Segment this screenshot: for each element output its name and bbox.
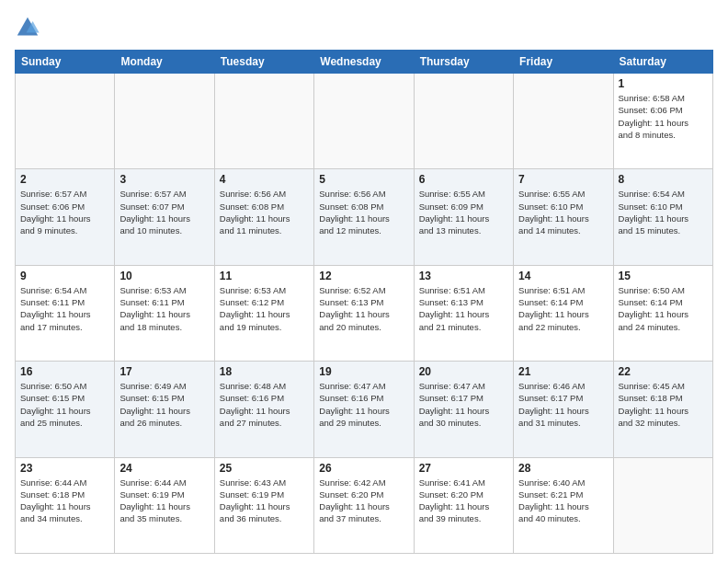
- day-number: 19: [319, 365, 408, 378]
- logo: [15, 15, 44, 40]
- calendar-cell: [115, 74, 214, 169]
- day-info: Sunrise: 6:56 AM Sunset: 6:08 PM Dayligh…: [319, 188, 408, 236]
- day-info: Sunrise: 6:53 AM Sunset: 6:11 PM Dayligh…: [119, 284, 209, 333]
- day-number: 2: [20, 173, 109, 186]
- day-number: 24: [119, 462, 209, 475]
- day-number: 15: [619, 270, 708, 282]
- weekday-tuesday: Tuesday: [214, 51, 313, 74]
- calendar-cell: [613, 457, 712, 553]
- calendar-cell: 7Sunrise: 6:55 AM Sunset: 6:10 PM Daylig…: [514, 169, 613, 265]
- day-number: 27: [419, 462, 508, 475]
- day-info: Sunrise: 6:40 AM Sunset: 6:21 PM Dayligh…: [518, 477, 608, 525]
- day-info: Sunrise: 6:50 AM Sunset: 6:14 PM Dayligh…: [619, 284, 708, 333]
- calendar-cell: 3Sunrise: 6:57 AM Sunset: 6:07 PM Daylig…: [115, 169, 214, 265]
- calendar-cell: 17Sunrise: 6:49 AM Sunset: 6:15 PM Dayli…: [115, 362, 214, 457]
- weekday-sunday: Sunday: [16, 51, 115, 74]
- day-info: Sunrise: 6:42 AM Sunset: 6:20 PM Dayligh…: [319, 477, 408, 525]
- day-number: 21: [518, 365, 608, 378]
- calendar-cell: 2Sunrise: 6:57 AM Sunset: 6:06 PM Daylig…: [16, 169, 115, 265]
- day-number: 28: [518, 462, 608, 475]
- day-number: 1: [619, 77, 708, 90]
- day-number: 12: [319, 270, 408, 282]
- day-number: 7: [518, 173, 608, 186]
- calendar-cell: [16, 74, 115, 169]
- page-header: [15, 15, 713, 40]
- calendar-cell: 20Sunrise: 6:47 AM Sunset: 6:17 PM Dayli…: [414, 362, 513, 457]
- day-info: Sunrise: 6:44 AM Sunset: 6:18 PM Dayligh…: [20, 477, 109, 525]
- day-info: Sunrise: 6:50 AM Sunset: 6:15 PM Dayligh…: [20, 380, 109, 429]
- day-info: Sunrise: 6:49 AM Sunset: 6:15 PM Dayligh…: [119, 380, 209, 429]
- day-info: Sunrise: 6:48 AM Sunset: 6:16 PM Dayligh…: [220, 380, 309, 429]
- day-number: 3: [119, 173, 209, 186]
- day-info: Sunrise: 6:51 AM Sunset: 6:14 PM Dayligh…: [518, 284, 608, 333]
- weekday-monday: Monday: [115, 51, 214, 74]
- weekday-friday: Friday: [514, 51, 613, 74]
- calendar-cell: 13Sunrise: 6:51 AM Sunset: 6:13 PM Dayli…: [414, 265, 513, 361]
- calendar-cell: 21Sunrise: 6:46 AM Sunset: 6:17 PM Dayli…: [514, 362, 613, 457]
- calendar-cell: 22Sunrise: 6:45 AM Sunset: 6:18 PM Dayli…: [613, 362, 712, 457]
- day-number: 4: [220, 173, 309, 186]
- day-number: 5: [319, 173, 408, 186]
- day-number: 10: [119, 270, 209, 282]
- day-number: 8: [619, 173, 708, 186]
- day-number: 6: [419, 173, 508, 186]
- calendar-cell: 11Sunrise: 6:53 AM Sunset: 6:12 PM Dayli…: [214, 265, 313, 361]
- day-number: 26: [319, 462, 408, 475]
- calendar-cell: 18Sunrise: 6:48 AM Sunset: 6:16 PM Dayli…: [214, 362, 313, 457]
- week-row-4: 23Sunrise: 6:44 AM Sunset: 6:18 PM Dayli…: [16, 457, 713, 553]
- week-row-1: 2Sunrise: 6:57 AM Sunset: 6:06 PM Daylig…: [16, 169, 713, 265]
- week-row-2: 9Sunrise: 6:54 AM Sunset: 6:11 PM Daylig…: [16, 265, 713, 361]
- week-row-0: 1Sunrise: 6:58 AM Sunset: 6:06 PM Daylig…: [16, 74, 713, 169]
- day-number: 13: [419, 270, 508, 282]
- weekday-header-row: SundayMondayTuesdayWednesdayThursdayFrid…: [16, 51, 713, 74]
- day-info: Sunrise: 6:56 AM Sunset: 6:08 PM Dayligh…: [220, 188, 309, 236]
- day-info: Sunrise: 6:44 AM Sunset: 6:19 PM Dayligh…: [119, 477, 209, 525]
- calendar-cell: 26Sunrise: 6:42 AM Sunset: 6:20 PM Dayli…: [314, 457, 414, 553]
- day-info: Sunrise: 6:46 AM Sunset: 6:17 PM Dayligh…: [518, 380, 608, 429]
- calendar-cell: 10Sunrise: 6:53 AM Sunset: 6:11 PM Dayli…: [115, 265, 214, 361]
- day-number: 14: [518, 270, 608, 282]
- weekday-thursday: Thursday: [414, 51, 513, 74]
- day-number: 11: [220, 270, 309, 282]
- calendar-cell: 16Sunrise: 6:50 AM Sunset: 6:15 PM Dayli…: [16, 362, 115, 457]
- day-number: 17: [119, 365, 209, 378]
- day-number: 18: [220, 365, 309, 378]
- day-info: Sunrise: 6:55 AM Sunset: 6:10 PM Dayligh…: [518, 188, 608, 236]
- day-info: Sunrise: 6:55 AM Sunset: 6:09 PM Dayligh…: [419, 188, 508, 236]
- calendar-cell: 14Sunrise: 6:51 AM Sunset: 6:14 PM Dayli…: [514, 265, 613, 361]
- calendar-cell: 25Sunrise: 6:43 AM Sunset: 6:19 PM Dayli…: [214, 457, 313, 553]
- weekday-saturday: Saturday: [613, 51, 712, 74]
- day-info: Sunrise: 6:51 AM Sunset: 6:13 PM Dayligh…: [419, 284, 508, 333]
- day-number: 22: [619, 365, 708, 378]
- day-info: Sunrise: 6:43 AM Sunset: 6:19 PM Dayligh…: [220, 477, 309, 525]
- day-info: Sunrise: 6:45 AM Sunset: 6:18 PM Dayligh…: [619, 380, 708, 429]
- day-number: 9: [20, 270, 109, 282]
- day-number: 23: [20, 462, 109, 475]
- day-info: Sunrise: 6:47 AM Sunset: 6:16 PM Dayligh…: [319, 380, 408, 429]
- day-number: 16: [20, 365, 109, 378]
- calendar-cell: 19Sunrise: 6:47 AM Sunset: 6:16 PM Dayli…: [314, 362, 414, 457]
- day-info: Sunrise: 6:47 AM Sunset: 6:17 PM Dayligh…: [419, 380, 508, 429]
- calendar-cell: [414, 74, 513, 169]
- day-number: 20: [419, 365, 508, 378]
- day-number: 25: [220, 462, 309, 475]
- weekday-wednesday: Wednesday: [314, 51, 414, 74]
- day-info: Sunrise: 6:57 AM Sunset: 6:07 PM Dayligh…: [119, 188, 209, 236]
- day-info: Sunrise: 6:52 AM Sunset: 6:13 PM Dayligh…: [319, 284, 408, 333]
- calendar-cell: 9Sunrise: 6:54 AM Sunset: 6:11 PM Daylig…: [16, 265, 115, 361]
- calendar-cell: 28Sunrise: 6:40 AM Sunset: 6:21 PM Dayli…: [514, 457, 613, 553]
- calendar-cell: 8Sunrise: 6:54 AM Sunset: 6:10 PM Daylig…: [613, 169, 712, 265]
- calendar-cell: [514, 74, 613, 169]
- calendar-cell: 1Sunrise: 6:58 AM Sunset: 6:06 PM Daylig…: [613, 74, 712, 169]
- calendar-cell: [214, 74, 313, 169]
- day-info: Sunrise: 6:41 AM Sunset: 6:20 PM Dayligh…: [419, 477, 508, 525]
- calendar-cell: 23Sunrise: 6:44 AM Sunset: 6:18 PM Dayli…: [16, 457, 115, 553]
- week-row-3: 16Sunrise: 6:50 AM Sunset: 6:15 PM Dayli…: [16, 362, 713, 457]
- calendar-cell: [314, 74, 414, 169]
- calendar-cell: 6Sunrise: 6:55 AM Sunset: 6:09 PM Daylig…: [414, 169, 513, 265]
- calendar-cell: 15Sunrise: 6:50 AM Sunset: 6:14 PM Dayli…: [613, 265, 712, 361]
- calendar-cell: 4Sunrise: 6:56 AM Sunset: 6:08 PM Daylig…: [214, 169, 313, 265]
- calendar-cell: 27Sunrise: 6:41 AM Sunset: 6:20 PM Dayli…: [414, 457, 513, 553]
- calendar-cell: 12Sunrise: 6:52 AM Sunset: 6:13 PM Dayli…: [314, 265, 414, 361]
- logo-icon: [15, 15, 40, 40]
